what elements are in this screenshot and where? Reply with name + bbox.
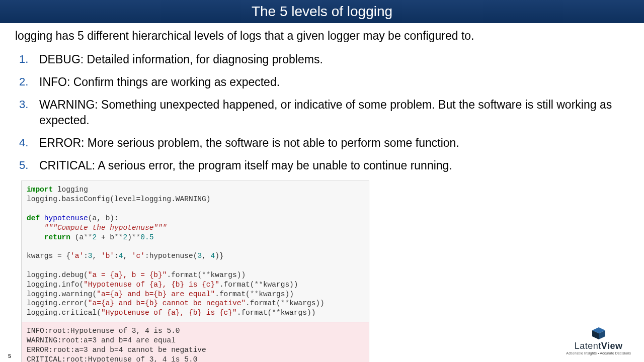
code-output: INFO:root:Hypotenuse of 3, 4 is 5.0 WARN… — [22, 322, 369, 362]
code-example: import logging logging.basicConfig(level… — [21, 180, 369, 362]
brand-logo: LatentView Actionable Insights • Accurat… — [566, 327, 631, 355]
level-item: INFO: Confirm things are working as expe… — [25, 74, 629, 90]
brand-name: LatentView — [566, 341, 631, 351]
intro-text: logging has 5 different hierarchical lev… — [0, 23, 644, 47]
cube-icon — [591, 327, 606, 340]
level-item: CRITICAL: A serious error, the program i… — [25, 158, 629, 173]
brand-tagline: Actionable Insights • Accurate Decisions — [566, 351, 631, 355]
slide-title: The 5 levels of logging — [0, 0, 644, 23]
level-item: ERROR: More serious problem, the softwar… — [25, 135, 629, 151]
level-item: WARNING: Something unexpected happened, … — [25, 97, 629, 128]
level-item: DEBUG: Detailed information, for diagnos… — [25, 52, 629, 67]
code-source: import logging logging.basicConfig(level… — [22, 181, 369, 322]
levels-list: DEBUG: Detailed information, for diagnos… — [0, 52, 644, 173]
page-number: 5 — [8, 353, 11, 359]
